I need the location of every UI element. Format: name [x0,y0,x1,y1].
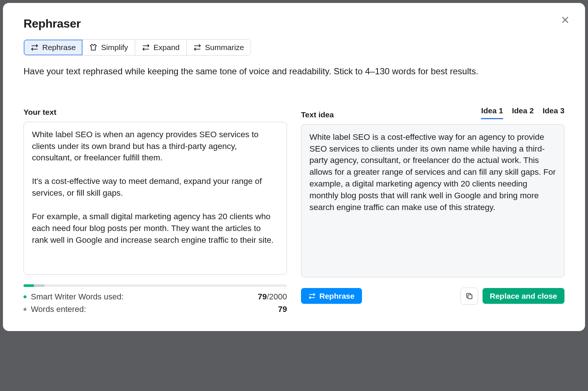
tab-simplify[interactable]: Simplify [83,40,135,55]
output-actions: Rephrase Replace and close [301,288,564,305]
stat-label: Words entered: [31,305,278,314]
usage-progress-fill [24,284,34,287]
svg-rect-0 [468,295,472,299]
replace-and-close-button[interactable]: Replace and close [483,288,564,304]
idea-tab-2[interactable]: Idea 2 [512,105,534,119]
cycle-icon [193,43,201,51]
dot-icon [24,295,26,298]
close-button[interactable] [559,13,572,26]
input-column: Your text Smart Writer Words used: 79/20… [24,105,287,314]
source-text-input[interactable] [24,122,287,275]
tab-label: Expand [154,43,180,52]
tab-label: Rephrase [42,43,76,52]
tab-summarize[interactable]: Summarize [187,40,251,55]
input-label: Your text [24,108,56,117]
stat-value: 79/2000 [258,292,287,302]
tab-expand[interactable]: Expand [135,40,187,55]
stat-value: 79 [278,305,287,314]
mode-tabs: Rephrase Simplify Expand Summarize [24,39,251,56]
button-label: Replace and close [490,292,557,300]
stat-smart-writer: Smart Writer Words used: 79/2000 [24,292,287,302]
rephraser-modal: Rephraser Rephrase Simplify Expand Summa… [3,3,585,331]
output-label: Text idea [301,110,334,119]
output-column: Text idea Idea 1 Idea 2 Idea 3 White lab… [301,105,564,314]
button-label: Rephrase [319,292,355,300]
output-text: White label SEO is a cost-effective way … [301,124,564,277]
idea-tabs: Idea 1 Idea 2 Idea 3 [481,105,564,119]
cycle-icon [308,292,316,300]
rephrase-button[interactable]: Rephrase [301,288,362,304]
copy-icon [465,292,473,300]
close-icon [560,15,570,25]
stat-label: Smart Writer Words used: [31,292,258,302]
tab-label: Summarize [205,43,244,52]
usage-progress [24,284,287,287]
idea-tab-1[interactable]: Idea 1 [481,105,503,119]
modal-title: Rephraser [24,17,564,31]
usage-progress-buffer [34,284,44,287]
shirt-icon [89,43,97,51]
cycle-icon [142,43,150,51]
dot-icon [24,308,26,311]
tab-label: Simplify [101,43,128,52]
mode-description: Have your text rephrased while keeping t… [24,65,564,78]
idea-tab-3[interactable]: Idea 3 [542,105,564,119]
usage-footer: Smart Writer Words used: 79/2000 Words e… [24,284,287,314]
stat-words-entered: Words entered: 79 [24,305,287,314]
content-columns: Your text Smart Writer Words used: 79/20… [24,105,564,314]
tab-rephrase[interactable]: Rephrase [24,40,83,55]
cycle-icon [31,43,39,51]
copy-button[interactable] [460,288,478,305]
